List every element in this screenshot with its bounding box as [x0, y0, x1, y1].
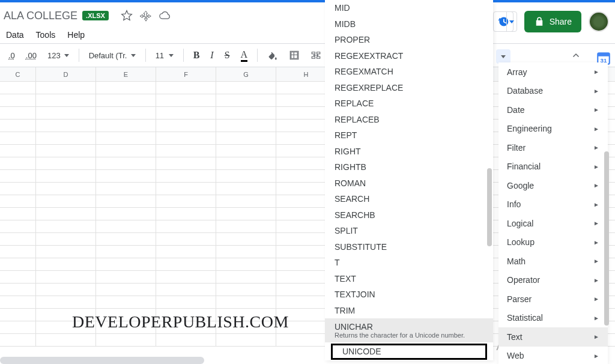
- cell[interactable]: [36, 233, 96, 245]
- cell[interactable]: [0, 284, 36, 296]
- cell[interactable]: [0, 271, 36, 283]
- cell[interactable]: [216, 334, 276, 346]
- cell[interactable]: [96, 233, 156, 245]
- column-header[interactable]: E: [96, 67, 156, 81]
- move-icon[interactable]: [140, 10, 152, 22]
- column-header[interactable]: C: [0, 67, 36, 81]
- cell[interactable]: [36, 145, 96, 157]
- cell[interactable]: [156, 220, 216, 232]
- category-item-text[interactable]: Text►: [498, 327, 608, 347]
- collapse-sidebar-button[interactable]: [571, 50, 581, 63]
- cell[interactable]: [156, 145, 216, 157]
- cell[interactable]: [96, 296, 156, 308]
- strikethrough-button[interactable]: S: [221, 47, 234, 64]
- cell[interactable]: [0, 94, 36, 106]
- function-item-regexextract[interactable]: REGEXEXTRACT: [325, 48, 493, 64]
- function-item-mid[interactable]: MID: [325, 0, 493, 16]
- cell[interactable]: [96, 246, 156, 258]
- category-item-parser[interactable]: Parser►: [498, 290, 608, 309]
- avatar[interactable]: [589, 11, 609, 32]
- cell[interactable]: [156, 296, 216, 308]
- cell[interactable]: [156, 170, 216, 182]
- cell[interactable]: [0, 246, 36, 258]
- category-item-google[interactable]: Google►: [498, 176, 608, 195]
- cell[interactable]: [0, 258, 36, 270]
- cell[interactable]: [216, 183, 276, 195]
- cell[interactable]: [0, 107, 36, 119]
- category-item-statistical[interactable]: Statistical►: [498, 309, 608, 328]
- cell[interactable]: [156, 82, 216, 94]
- category-item-financial[interactable]: Financial►: [498, 157, 608, 177]
- cell[interactable]: [96, 258, 156, 270]
- cell[interactable]: [96, 271, 156, 283]
- italic-button[interactable]: I: [207, 47, 217, 64]
- cell[interactable]: [36, 334, 96, 346]
- cell[interactable]: [216, 284, 276, 296]
- cell[interactable]: [156, 157, 216, 169]
- document-title[interactable]: ALA COLLEGE: [4, 10, 77, 22]
- function-item-replaceb[interactable]: REPLACEB: [325, 112, 493, 128]
- cell[interactable]: [0, 145, 36, 157]
- category-item-filter[interactable]: Filter►: [498, 138, 608, 157]
- cell[interactable]: [36, 82, 96, 94]
- category-item-engineering[interactable]: Engineering►: [498, 120, 608, 139]
- bold-button[interactable]: B: [190, 47, 204, 64]
- cell[interactable]: [156, 246, 216, 258]
- cell[interactable]: [0, 120, 36, 132]
- category-item-info[interactable]: Info►: [498, 195, 608, 214]
- cell[interactable]: [216, 271, 276, 283]
- function-item-midb[interactable]: MIDB: [325, 16, 493, 32]
- cell[interactable]: [36, 183, 96, 195]
- cell[interactable]: [96, 132, 156, 144]
- horizontal-scrollbar[interactable]: [0, 357, 204, 364]
- function-item-regexreplace[interactable]: REGEXREPLACE: [325, 80, 493, 96]
- function-item-unichar[interactable]: UNICHARReturns the character for a Unico…: [325, 318, 493, 342]
- cell[interactable]: [216, 296, 276, 308]
- category-item-array[interactable]: Array►: [498, 62, 608, 82]
- cell[interactable]: [96, 145, 156, 157]
- text-color-button[interactable]: A: [237, 47, 252, 64]
- cell[interactable]: [216, 82, 276, 94]
- cell[interactable]: [0, 82, 36, 94]
- cell[interactable]: [36, 120, 96, 132]
- function-item-unicode[interactable]: UNICODE: [331, 344, 487, 360]
- cell[interactable]: [0, 334, 36, 346]
- cell[interactable]: [0, 195, 36, 207]
- cell[interactable]: [36, 208, 96, 220]
- function-item-roman[interactable]: ROMAN: [325, 175, 493, 192]
- category-item-database[interactable]: Database►: [498, 82, 608, 101]
- increase-decimal-button[interactable]: .00: [22, 47, 40, 64]
- cell[interactable]: [36, 157, 96, 169]
- cell[interactable]: [216, 94, 276, 106]
- share-button[interactable]: Share: [524, 11, 581, 32]
- function-item-regexmatch[interactable]: REGEXMATCH: [325, 64, 493, 80]
- function-item-searchb[interactable]: SEARCHB: [325, 207, 493, 223]
- cell[interactable]: [36, 296, 96, 308]
- menu-help[interactable]: Help: [67, 30, 85, 40]
- cell[interactable]: [96, 220, 156, 232]
- font-size-selector[interactable]: 11: [152, 51, 177, 60]
- category-item-math[interactable]: Math►: [498, 252, 608, 271]
- cell[interactable]: [216, 132, 276, 144]
- cell[interactable]: [96, 94, 156, 106]
- category-item-web[interactable]: Web►: [498, 347, 608, 365]
- cell[interactable]: [216, 120, 276, 132]
- fill-color-button[interactable]: [264, 47, 282, 64]
- cell[interactable]: [96, 183, 156, 195]
- cell[interactable]: [216, 258, 276, 270]
- function-item-replace[interactable]: REPLACE: [325, 96, 493, 112]
- cell[interactable]: [156, 258, 216, 270]
- menu-data[interactable]: Data: [6, 30, 24, 40]
- function-item-textjoin[interactable]: TEXTJOIN: [325, 287, 493, 303]
- cell[interactable]: [156, 120, 216, 132]
- cell[interactable]: [216, 220, 276, 232]
- column-header[interactable]: G: [216, 67, 276, 81]
- function-item-text[interactable]: TEXT: [325, 271, 493, 287]
- cell[interactable]: [96, 284, 156, 296]
- cell[interactable]: [96, 208, 156, 220]
- cell[interactable]: [36, 94, 96, 106]
- cell[interactable]: [216, 195, 276, 207]
- category-item-lookup[interactable]: Lookup►: [498, 233, 608, 252]
- cell[interactable]: [156, 334, 216, 346]
- function-item-search[interactable]: SEARCH: [325, 191, 493, 207]
